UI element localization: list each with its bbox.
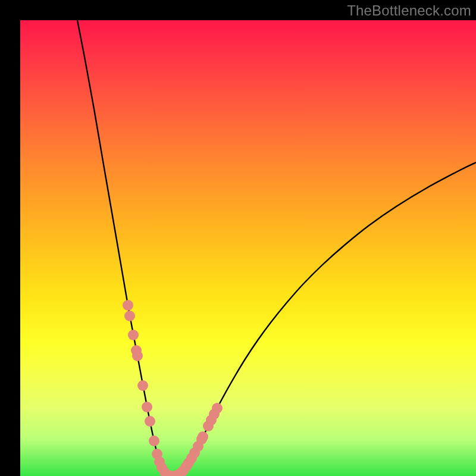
chart-frame: TheBottleneck.com xyxy=(0,0,476,476)
plot-area xyxy=(20,20,476,476)
background-gradient xyxy=(20,20,476,476)
watermark-text: TheBottleneck.com xyxy=(347,2,471,19)
